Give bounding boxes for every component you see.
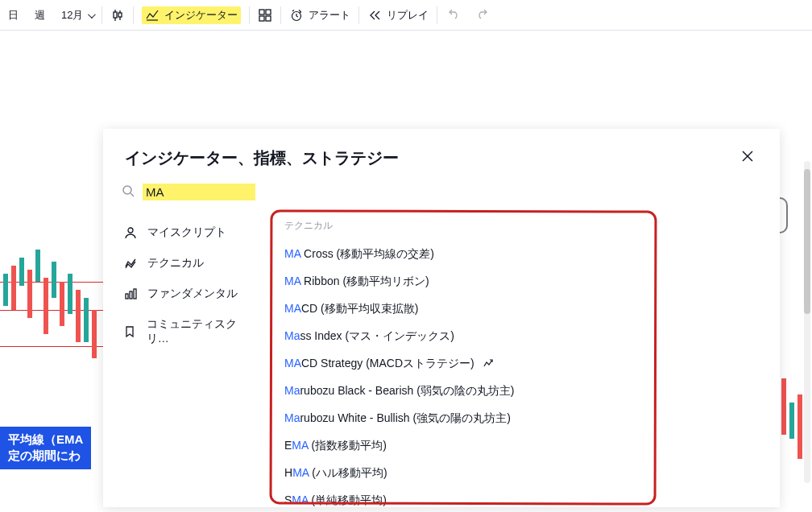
category-user[interactable]: マイスクリプト (117, 217, 259, 248)
result-item[interactable]: Marubozu Black - Bearish (弱気の陰の丸坊主) (283, 378, 764, 405)
alert-clock-icon (289, 8, 304, 23)
undo-button[interactable] (437, 0, 468, 30)
bg-label-line2: 定の期間にわ (8, 448, 81, 462)
grid-layout-icon (258, 8, 272, 23)
modal-body: マイスクリプトテクニカルファンダメンタルコミュニティスクリ… テクニカル MA … (104, 209, 779, 506)
replay-button[interactable]: リプレイ (359, 0, 437, 30)
svg-rect-25 (134, 289, 136, 299)
alert-button[interactable]: アラート (281, 0, 358, 30)
modal-close-button[interactable] (737, 146, 758, 171)
modal-category-list: マイスクリプトテクニカルファンダメンタルコミュニティスクリ… (104, 209, 265, 506)
svg-line-13 (296, 16, 298, 17)
timeframe-month-label: 12月 (61, 8, 83, 23)
svg-line-15 (299, 10, 300, 11)
result-text: MA Ribbon (移動平均リボン) (284, 275, 429, 289)
category-bookmark[interactable]: コミュニティスクリ… (117, 309, 259, 354)
result-item[interactable]: HMA (ハル移動平均) (283, 460, 764, 487)
modal-search-row (104, 179, 779, 209)
result-item[interactable]: Marubozu White - Bullish (強気の陽の丸坊主) (283, 405, 764, 432)
strategy-icon (483, 357, 494, 371)
user-icon (123, 225, 138, 240)
results-section-label: テクニカル (284, 219, 764, 233)
bg-label-line1: 平均線（EMA (8, 432, 83, 446)
timeframe-week-label: 週 (35, 8, 45, 23)
result-text: MACD Strategy (MACDストラテジー) (284, 357, 474, 371)
top-toolbar: 日 週 12月 インジケーター (0, 0, 812, 31)
undo-icon (445, 8, 460, 23)
result-text: EMA (指数移動平均) (284, 439, 387, 453)
chevron-down-icon (88, 9, 93, 21)
category-label: ファンダメンタル (147, 287, 238, 301)
result-text: HMA (ハル移動平均) (284, 466, 387, 481)
timeframe-day[interactable]: 日 (0, 0, 27, 30)
indicators-modal: インジケーター、指標、ストラテジー マイスクリプトテクニカルファンダメンタルコミ… (103, 129, 780, 507)
svg-line-14 (292, 10, 294, 11)
svg-point-22 (128, 228, 133, 233)
replay-label: リプレイ (387, 8, 429, 23)
modal-header: インジケーター、指標、ストラテジー (104, 130, 779, 179)
svg-rect-1 (114, 12, 117, 18)
result-text: Mass Index (マス・インデックス) (284, 329, 454, 344)
indicators-icon (145, 8, 160, 23)
svg-rect-9 (259, 16, 264, 21)
right-scrollbar-thumb[interactable] (804, 169, 810, 314)
result-text: MACD (移動平均収束拡散) (284, 302, 418, 316)
svg-rect-7 (259, 10, 264, 14)
svg-rect-23 (126, 294, 128, 299)
result-item[interactable]: MA Ribbon (移動平均リボン) (283, 268, 764, 295)
timeframe-week[interactable]: 週 (27, 0, 53, 30)
svg-rect-10 (266, 16, 271, 21)
result-text: MA Cross (移動平均線の交差) (284, 247, 434, 262)
redo-button[interactable] (468, 0, 499, 30)
candlestick-style-button[interactable] (102, 0, 133, 30)
svg-rect-8 (266, 10, 271, 14)
rewind-icon (367, 8, 382, 23)
svg-line-21 (130, 193, 134, 196)
modal-results: テクニカル MA Cross (移動平均線の交差)MA Ribbon (移動平均… (265, 209, 779, 506)
category-label: マイスクリプト (147, 225, 226, 240)
bars-icon (123, 256, 138, 270)
redo-icon (476, 8, 491, 23)
bookmark-icon (123, 324, 137, 339)
result-item[interactable]: MACD Strategy (MACDストラテジー) (283, 350, 764, 378)
close-icon (740, 149, 755, 163)
results-list: MA Cross (移動平均線の交差)MA Ribbon (移動平均リボン)MA… (283, 241, 764, 506)
category-label: コミュニティスクリ… (147, 317, 252, 346)
indicators-label: インジケーター (164, 8, 238, 23)
timeframe-month[interactable]: 12月 (53, 0, 102, 30)
result-text: Marubozu Black - Bearish (弱気の陰の丸坊主) (284, 384, 515, 398)
result-item[interactable]: EMA (指数移動平均) (283, 432, 764, 460)
svg-point-20 (123, 186, 131, 194)
search-icon (122, 184, 135, 200)
modal-title: インジケーター、指標、ストラテジー (125, 147, 399, 169)
result-item[interactable]: SMA (単純移動平均) (283, 487, 764, 506)
result-item[interactable]: Mass Index (マス・インデックス) (283, 323, 764, 350)
svg-rect-4 (118, 13, 122, 17)
alert-label: アラート (309, 8, 350, 23)
category-bars[interactable]: テクニカル (117, 248, 259, 279)
layouts-button[interactable] (250, 0, 280, 30)
timeframe-day-label: 日 (8, 8, 19, 23)
columns-icon (123, 287, 138, 301)
background-ema-label: 平均線（EMA 定の期間にわ (0, 427, 91, 469)
svg-rect-24 (130, 291, 132, 299)
result-text: SMA (単純移動平均) (284, 493, 387, 506)
result-item[interactable]: MACD (移動平均収束拡散) (283, 295, 764, 323)
category-columns[interactable]: ファンダメンタル (117, 279, 259, 309)
indicators-button[interactable]: インジケーター (134, 0, 249, 30)
result-text: Marubozu White - Bullish (強気の陽の丸坊主) (284, 411, 511, 426)
result-item[interactable]: MA Cross (移動平均線の交差) (283, 241, 764, 268)
indicator-search-input[interactable] (143, 184, 255, 200)
candlestick-icon (110, 8, 125, 23)
category-label: テクニカル (147, 256, 204, 270)
